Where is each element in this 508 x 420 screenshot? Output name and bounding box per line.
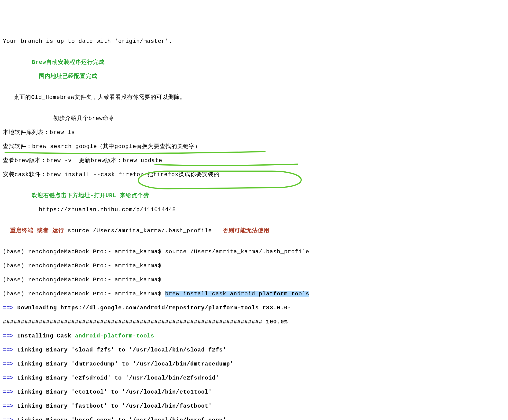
- output-line: 国内地址已经配置完成: [3, 73, 505, 80]
- output-line: ==> Linking Binary 'sload_f2fs' to '/usr…: [3, 347, 505, 354]
- arrow-marker: ==>: [3, 417, 14, 420]
- output-line: ==> Installing Cask android-platform-too…: [3, 333, 505, 340]
- arrow-marker: ==>: [3, 403, 14, 409]
- output-line: 初步介绍几个brew命令: [3, 115, 505, 122]
- output-line: 安装cask软件：brew install --cask firefox 把fi…: [3, 171, 505, 178]
- prompt-line: (base) renchongdeMacBook-Pro:~ amrita_ka…: [3, 290, 505, 297]
- selected-command[interactable]: brew install cask android-platform-tools: [165, 291, 309, 297]
- arrow-marker: ==>: [3, 361, 14, 367]
- url-link[interactable]: https://zhuanlan.zhihu.com/p/111014448: [35, 206, 179, 213]
- progress-bar: ########################################…: [3, 319, 505, 326]
- prompt-line: (base) renchongdeMacBook-Pro:~ amrita_ka…: [3, 248, 505, 255]
- output-line: ==> Linking Binary 'etc1tool' to '/usr/l…: [3, 389, 505, 396]
- output-line: ==> Linking Binary 'dmtracedump' to '/us…: [3, 361, 505, 368]
- arrow-marker: ==>: [3, 305, 14, 311]
- output-line: 查找软件：brew search google（其中google替换为要查找的关…: [3, 143, 505, 150]
- output-line: 桌面的Old_Homebrew文件夹，大致看看没有你需要的可以删除。: [3, 94, 505, 101]
- output-line: 欢迎右键点击下方地址-打开URL 来给点个赞: [3, 192, 505, 199]
- arrow-marker: ==>: [3, 333, 14, 339]
- output-line: https://zhuanlan.zhihu.com/p/111014448: [3, 206, 505, 213]
- output-line: ==> Linking Binary 'e2fsdroid' to '/usr/…: [3, 375, 505, 382]
- output-line: 重启终端 或者 运行 source /Users/amrita_karma/.b…: [3, 227, 505, 234]
- arrow-marker: ==>: [3, 375, 14, 381]
- arrow-marker: ==>: [3, 347, 14, 353]
- output-line: ==> Downloading https://dl.google.com/an…: [3, 304, 505, 311]
- output-line: Brew自动安装程序运行完成: [3, 59, 505, 66]
- output-line: 本地软件库列表：brew ls: [3, 129, 505, 136]
- output-line: 查看brew版本：brew -v 更新brew版本：brew update: [3, 157, 505, 164]
- output-line: ==> Linking Binary 'fastboot' to '/usr/l…: [3, 403, 505, 410]
- prompt-line: (base) renchongdeMacBook-Pro:~ amrita_ka…: [3, 276, 505, 283]
- typed-command: source /Users/amrita_karma/.bash_profile: [165, 249, 309, 255]
- terminal-output[interactable]: Your branch is up to date with 'origin/m…: [3, 31, 505, 420]
- output-line: Your branch is up to date with 'origin/m…: [3, 38, 505, 45]
- output-line: ==> Linking Binary 'hprof-conv' to '/usr…: [3, 417, 505, 420]
- prompt-line: (base) renchongdeMacBook-Pro:~ amrita_ka…: [3, 262, 505, 269]
- arrow-marker: ==>: [3, 389, 14, 395]
